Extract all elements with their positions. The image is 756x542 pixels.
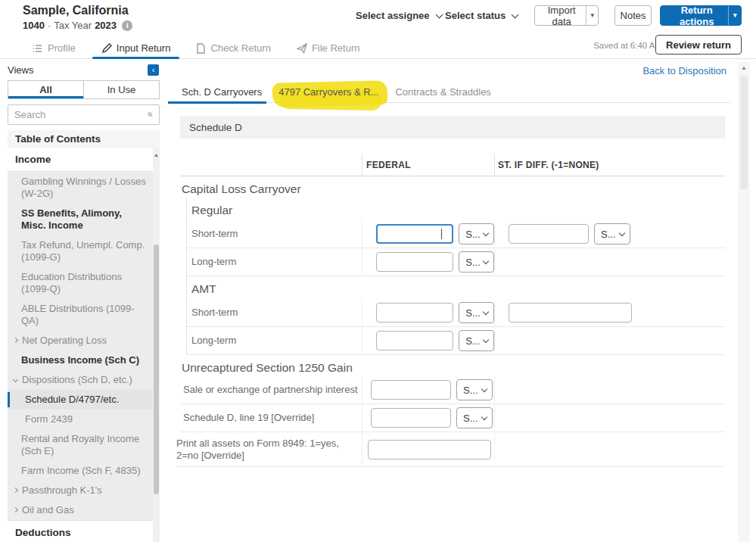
- toc-item-able-distributions[interactable]: ABLE Distributions (1099-QA): [8, 299, 153, 331]
- state-cell: [494, 299, 725, 326]
- toc-item-tax-refund[interactable]: Tax Refund, Unempl. Comp. (1099-G): [8, 235, 153, 267]
- return-meta: 1040 · Tax Year 2023 i: [23, 20, 132, 31]
- sale-exchange-federal-input[interactable]: [371, 380, 451, 400]
- state-cell: [494, 376, 725, 403]
- left-sidebar: Views ‹ All In Use Table of Contents Inc…: [0, 59, 160, 542]
- notes-button[interactable]: Notes: [614, 5, 652, 26]
- regular-long-term-federal-source-select[interactable]: S...: [459, 251, 494, 273]
- federal-cell: S...: [362, 299, 494, 326]
- regular-amt-group: Regular Short-term S... S... Long-term: [186, 198, 725, 355]
- chevron-down-icon: [481, 385, 487, 391]
- regular-short-term-federal-input[interactable]: [376, 224, 453, 244]
- field-label: Short-term: [187, 228, 362, 240]
- import-data-button[interactable]: Import data ▾: [534, 5, 599, 26]
- toc-item-rental-royalty[interactable]: Rental and Royalty Income (Sch E): [8, 429, 153, 461]
- schedule-d-line-19-source-select[interactable]: S...: [456, 407, 493, 428]
- views-label: Views: [8, 64, 33, 76]
- federal-cell: S...: [362, 220, 494, 248]
- toc-item-net-operating-loss[interactable]: Net Operating Loss: [8, 331, 153, 350]
- tab-check-return[interactable]: Check Return: [191, 38, 275, 58]
- toc-section-deductions[interactable]: Deductions: [8, 521, 153, 542]
- chevron-down-icon: [481, 413, 487, 419]
- chevron-right-icon: [13, 487, 18, 493]
- source-value: S...: [465, 257, 481, 268]
- scroll-up-arrow-icon[interactable]: ▲: [153, 149, 160, 161]
- caret-down-icon: ▾: [590, 12, 594, 19]
- tax-year-prefix: Tax Year: [54, 20, 92, 31]
- toc-item-passthrough-k1[interactable]: Passthrough K-1's: [8, 481, 153, 500]
- paper-plane-icon: [297, 43, 307, 54]
- federal-cell: S...: [362, 248, 494, 276]
- schedule-d-form: FEDERAL ST. IF DIFF. (-1=NONE) Capital L…: [180, 154, 725, 467]
- toc-item-schedule-d-4797[interactable]: Schedule D/4797/etc.: [8, 390, 153, 410]
- view-tab-in-use[interactable]: In Use: [83, 81, 159, 98]
- regular-short-term-state-input[interactable]: [509, 224, 589, 244]
- toc-item-gambling[interactable]: Gambling Winnings / Losses (W-2G): [8, 172, 153, 204]
- sale-exchange-source-select[interactable]: S...: [456, 379, 493, 400]
- toc-item-business-income[interactable]: Business Income (Sch C): [8, 350, 153, 370]
- regular-short-term-state-source-select[interactable]: S...: [594, 223, 630, 245]
- federal-column-header: FEDERAL: [362, 154, 494, 176]
- info-icon[interactable]: i: [122, 20, 132, 31]
- amt-long-term-federal-source-select[interactable]: S...: [459, 330, 494, 351]
- toc-item-education-distributions[interactable]: Education Distributions (1099-Q): [8, 267, 153, 299]
- tab-input-return[interactable]: Input Return: [97, 38, 176, 58]
- amt-long-term-federal-input[interactable]: [376, 331, 453, 350]
- scroll-up-arrow-icon[interactable]: ▲: [738, 64, 750, 71]
- chevron-down-icon: [483, 257, 489, 263]
- toc-item-form-2439[interactable]: Form 2439: [8, 410, 153, 429]
- print-all-assets-input[interactable]: [368, 440, 491, 459]
- client-info: Sample, California 1040 · Tax Year 2023 …: [23, 4, 132, 31]
- return-actions-button[interactable]: Return actions ▾: [660, 5, 742, 26]
- main-scrollbar[interactable]: ▲: [738, 62, 750, 542]
- amt-short-term-federal-input[interactable]: [376, 303, 453, 322]
- toc-income-group: Gambling Winnings / Losses (W-2G) SS Ben…: [8, 172, 153, 521]
- view-tab-all[interactable]: All: [8, 81, 83, 98]
- toc-item-dispositions[interactable]: Dispositions (Sch D, etc.): [8, 370, 153, 390]
- schedule-d-line-19-input[interactable]: [371, 408, 451, 428]
- subtab-contracts-straddles[interactable]: Contracts & Straddles: [394, 82, 492, 103]
- state-cell: [494, 248, 725, 276]
- import-data-caret[interactable]: ▾: [586, 6, 598, 25]
- dot-separator: ·: [48, 20, 51, 31]
- subtab-sch-d-carryovers[interactable]: Sch. D Carryovers: [180, 82, 263, 103]
- field-label: Long-term: [187, 335, 362, 347]
- form-subtabs: Sch. D Carryovers 4797 Carryovers & R...…: [168, 82, 731, 103]
- tab-file-return[interactable]: File Return: [292, 38, 365, 58]
- toc-scrollbar[interactable]: ▲: [153, 148, 160, 542]
- select-assignee-dropdown[interactable]: Select assignee: [356, 10, 442, 21]
- back-to-disposition-link[interactable]: Back to Disposition: [642, 65, 726, 76]
- select-status-label: Select status: [445, 10, 506, 21]
- toc-item-label: Net Operating Loss: [22, 335, 107, 347]
- chevron-down-icon: [13, 377, 18, 382]
- amt-short-term-state-input[interactable]: [509, 303, 632, 322]
- search-input[interactable]: [14, 109, 148, 120]
- regular-long-term-federal-input[interactable]: [376, 252, 453, 272]
- toc-item-ss-benefits[interactable]: SS Benefits, Alimony, Misc. Income: [8, 204, 153, 235]
- main-scrollbar-thumb[interactable]: [740, 76, 748, 189]
- toc-scrollbar-thumb[interactable]: [154, 245, 159, 494]
- state-column-header: ST. IF DIFF. (-1=NONE): [494, 154, 725, 176]
- state-cell: S...: [494, 220, 725, 248]
- return-actions-caret[interactable]: ▾: [728, 6, 741, 25]
- notes-label: Notes: [621, 10, 646, 21]
- row-amt-long-term: Long-term S...: [187, 327, 725, 355]
- return-actions-label: Return actions: [661, 5, 728, 27]
- chevron-down-icon: [512, 11, 519, 18]
- subsection-regular: Regular: [187, 198, 725, 220]
- row-schedule-d-line-19: Schedule D, line 19 [Override] S...: [180, 404, 725, 432]
- row-regular-short-term: Short-term S... S...: [187, 220, 725, 248]
- subtab-4797-carryovers[interactable]: 4797 Carryovers & R...: [277, 82, 380, 103]
- amt-short-term-federal-source-select[interactable]: S...: [459, 302, 494, 323]
- column-header-row: FEDERAL ST. IF DIFF. (-1=NONE): [180, 154, 725, 176]
- regular-short-term-federal-source-select[interactable]: S...: [459, 223, 494, 245]
- select-status-dropdown[interactable]: Select status: [445, 10, 518, 21]
- toc-section-income[interactable]: Income: [8, 148, 153, 172]
- sidebar-collapse-button[interactable]: ‹: [148, 64, 159, 76]
- tab-profile[interactable]: Profile: [28, 38, 80, 58]
- toc-search[interactable]: [8, 104, 160, 125]
- toc-item-farm-income[interactable]: Farm Income (Sch F, 4835): [8, 461, 153, 481]
- toc-item-oil-and-gas[interactable]: Oil and Gas: [8, 500, 153, 520]
- review-return-button[interactable]: Review return: [655, 35, 742, 55]
- subtab-label: Contracts & Straddles: [395, 86, 490, 98]
